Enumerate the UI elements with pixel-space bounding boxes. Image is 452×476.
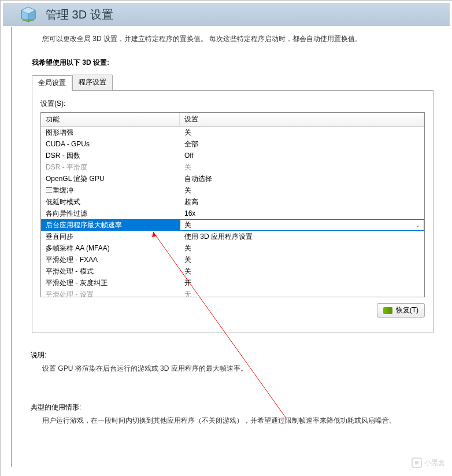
column-header-feature[interactable]: 功能 [41, 113, 180, 126]
setting-cell[interactable]: 关⌄ [180, 219, 424, 231]
svg-rect-3 [23, 19, 34, 21]
table-row[interactable]: DSR - 平滑度关 [41, 161, 424, 173]
setting-cell: 开 [180, 277, 424, 289]
setting-cell: 使用 3D 应用程序设置 [180, 231, 424, 242]
feature-cell: DSR - 因数 [41, 150, 180, 161]
feature-cell: 多帧采样 AA (MFAA) [41, 242, 180, 254]
page-title: 管理 3D 设置 [46, 7, 113, 23]
section-title: 我希望使用以下 3D 设置: [32, 58, 452, 68]
nvidia-icon [383, 307, 392, 314]
watermark-text: 小黑盒 [424, 458, 445, 468]
setting-cell: 关 [180, 242, 424, 254]
feature-cell: OpenGL 渲染 GPU [41, 173, 180, 185]
feature-cell: 后台应用程序最大帧速率 [41, 219, 180, 231]
setting-cell: 关 [180, 265, 424, 277]
feature-cell: 垂直同步 [41, 231, 180, 242]
table-row[interactable]: OpenGL 渲染 GPU自动选择 [41, 173, 424, 185]
watermark-icon [412, 457, 422, 468]
table-row[interactable]: 图形增强关 [41, 127, 424, 138]
setting-cell: 关 [180, 254, 424, 265]
table-row[interactable]: 平滑处理 - FXAA关 [41, 254, 424, 265]
table-row[interactable]: 三重缓冲关 [41, 185, 424, 196]
setting-cell: Off [180, 150, 424, 161]
header-bar: 管理 3D 设置 [3, 3, 450, 26]
feature-cell: 平滑处理 - 模式 [41, 265, 180, 277]
app-3d-icon [19, 5, 38, 24]
restore-button-label: 恢复(T) [396, 305, 418, 315]
tab-program-settings[interactable]: 程序设置 [72, 75, 113, 90]
settings-label: 设置(S): [40, 99, 425, 109]
setting-cell: 关 [180, 161, 424, 173]
table-row[interactable]: 平滑处理 - 灰度纠正开 [41, 277, 424, 289]
setting-cell: 全部 [180, 138, 424, 150]
setting-cell: 关 [180, 185, 424, 196]
table-row[interactable]: 平滑处理 - 设置无 [41, 289, 424, 297]
table-row[interactable]: 垂直同步使用 3D 应用程序设置 [41, 231, 424, 242]
restore-button[interactable]: 恢复(T) [377, 303, 425, 318]
table-row[interactable]: 低延时模式超高 [41, 196, 424, 208]
feature-cell: 三重缓冲 [41, 185, 180, 196]
settings-panel: 设置(S): 功能 设置 图形增强关CUDA - GPUs全部DSR - 因数O… [32, 90, 434, 333]
description-block: 说明: 设置 GPU 将渲染在后台运行的游戏或 3D 应用程序的最大帧速率。 [31, 350, 452, 374]
usage-label: 典型的使用情形: [31, 403, 452, 412]
description-label: 说明: [31, 350, 452, 360]
usage-text: 用户运行游戏，在一段时间内切换到其他应用程序（不关闭游戏），并希望通过限制帧速率… [42, 416, 452, 426]
feature-cell: 图形增强 [41, 127, 180, 138]
table-row[interactable]: 各向异性过滤16x [41, 208, 424, 219]
feature-cell: 平滑处理 - 灰度纠正 [41, 277, 180, 289]
description-text: 设置 GPU 将渲染在后台运行的游戏或 3D 应用程序的最大帧速率。 [42, 364, 452, 374]
table-row[interactable]: 后台应用程序最大帧速率关⌄ [41, 219, 424, 231]
column-header-setting[interactable]: 设置 [180, 113, 424, 126]
setting-cell: 16x [180, 208, 424, 219]
table-body[interactable]: 图形增强关CUDA - GPUs全部DSR - 因数OffDSR - 平滑度关O… [41, 127, 424, 297]
feature-cell: 各向异性过滤 [41, 208, 180, 219]
setting-cell: 自动选择 [180, 173, 424, 185]
feature-cell: 平滑处理 - FXAA [41, 254, 180, 265]
table-header: 功能 设置 [41, 113, 424, 127]
usage-block: 典型的使用情形: 用户运行游戏，在一段时间内切换到其他应用程序（不关闭游戏），并… [31, 403, 452, 426]
table-row[interactable]: 多帧采样 AA (MFAA)关 [41, 242, 424, 254]
chevron-down-icon[interactable]: ⌄ [416, 220, 420, 230]
feature-cell: CUDA - GPUs [41, 138, 180, 150]
feature-cell: 平滑处理 - 设置 [41, 289, 180, 297]
setting-cell: 超高 [180, 196, 424, 208]
settings-table: 功能 设置 图形增强关CUDA - GPUs全部DSR - 因数OffDSR -… [40, 112, 425, 297]
setting-cell: 关 [180, 127, 424, 138]
tabs: 全局设置 程序设置 [32, 75, 434, 90]
tab-global-settings[interactable]: 全局设置 [32, 75, 72, 91]
table-row[interactable]: DSR - 因数Off [41, 150, 424, 161]
feature-cell: 低延时模式 [41, 196, 180, 208]
setting-cell: 无 [180, 289, 424, 297]
feature-cell: DSR - 平滑度 [41, 161, 180, 173]
intro-text: 您可以更改全局 3D 设置，并建立特定程序的置换值。 每次这些特定程序启动时，都… [42, 34, 452, 44]
watermark: 小黑盒 [412, 457, 445, 468]
table-row[interactable]: CUDA - GPUs全部 [41, 138, 424, 150]
table-row[interactable]: 平滑处理 - 模式关 [41, 265, 424, 277]
